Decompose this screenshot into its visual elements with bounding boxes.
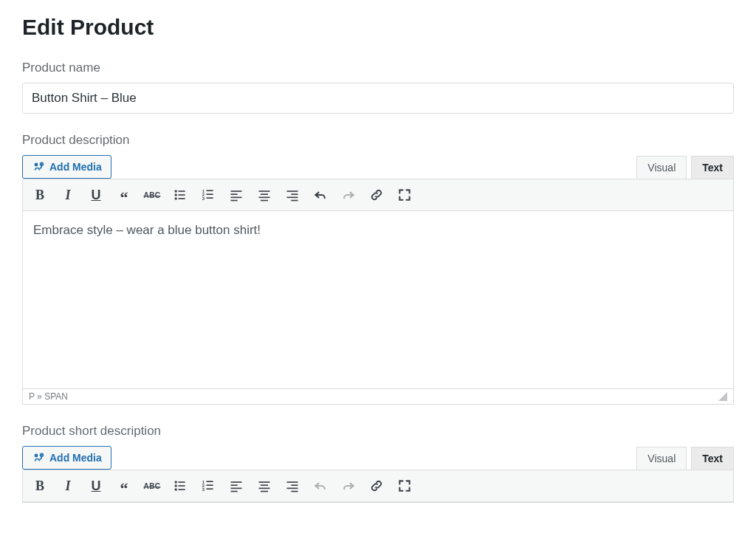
italic-icon: I [65,188,70,203]
blockquote-button[interactable]: “ [111,473,137,498]
svg-rect-18 [259,190,270,192]
add-media-label: Add Media [49,161,102,173]
svg-rect-14 [231,190,242,192]
bullet-list-icon [173,188,188,202]
align-left-button[interactable] [224,473,249,498]
resize-handle[interactable] [718,392,727,401]
align-center-button[interactable] [252,473,277,498]
svg-rect-39 [207,488,213,490]
svg-rect-47 [261,491,268,492]
page-title: Edit Product [22,15,734,40]
svg-point-30 [175,484,177,487]
svg-rect-3 [179,190,185,192]
description-textarea[interactable]: Embrace style – wear a blue button shirt… [23,211,733,388]
undo-button[interactable] [308,473,333,498]
underline-button[interactable]: U [83,182,109,207]
short-description-label: Product short description [22,424,734,439]
add-media-label-short: Add Media [49,452,102,464]
italic-button[interactable]: I [55,182,80,207]
numbered-list-button[interactable]: 123 [196,182,221,207]
undo-button[interactable] [308,182,333,207]
svg-rect-48 [287,481,298,483]
tab-text-short[interactable]: Text [691,447,734,470]
product-name-input[interactable] [22,83,734,114]
editor-tabs-short: Visual Text [636,447,734,470]
strikethrough-button[interactable]: ABC [140,182,165,207]
element-path: P » SPAN [29,391,68,402]
editor-toolbar: B I U “ ABC 123 [23,179,733,211]
svg-rect-29 [179,481,185,483]
svg-rect-49 [291,484,298,486]
add-media-button[interactable]: Add Media [22,155,111,179]
svg-rect-17 [231,200,238,202]
redo-icon [341,478,356,493]
svg-rect-46 [259,488,270,490]
svg-rect-35 [207,481,213,482]
underline-icon: U [92,478,101,494]
short-description-editor: B I U “ ABC 123 [22,470,734,503]
svg-rect-19 [261,193,268,195]
align-right-button[interactable] [280,473,305,498]
svg-rect-40 [231,481,242,483]
svg-text:3: 3 [202,487,205,492]
align-left-icon [229,478,244,493]
svg-rect-23 [291,193,298,195]
bold-icon: B [35,478,44,494]
svg-rect-11 [207,193,213,195]
bullet-list-icon [173,478,188,493]
svg-rect-37 [207,484,213,486]
underline-icon: U [92,188,101,203]
redo-button[interactable] [336,182,361,207]
svg-rect-45 [261,484,268,486]
svg-rect-5 [179,194,185,196]
link-button[interactable] [364,182,389,207]
svg-rect-16 [231,197,242,199]
redo-button[interactable] [336,473,361,498]
svg-rect-51 [291,491,298,492]
svg-rect-13 [207,197,213,199]
strikethrough-button[interactable]: ABC [140,473,165,498]
editor-tabs: Visual Text [636,156,734,179]
add-media-icon [32,451,45,464]
blockquote-button[interactable]: “ [111,182,137,207]
fullscreen-icon [397,188,412,202]
tab-visual[interactable]: Visual [636,156,687,179]
svg-point-6 [175,197,177,199]
link-icon [369,478,384,493]
link-icon [369,188,384,202]
svg-rect-50 [287,488,298,490]
svg-rect-7 [179,198,185,199]
italic-button[interactable]: I [55,473,80,498]
svg-point-26 [35,454,38,458]
bold-button[interactable]: B [27,182,52,207]
add-media-button-short[interactable]: Add Media [22,446,111,470]
product-description-label: Product description [22,133,734,148]
quote-icon: “ [120,194,128,202]
editor-statusbar: P » SPAN [23,388,733,404]
editor-toolbar-short: B I U “ ABC 123 [23,470,733,502]
strikethrough-icon: ABC [143,191,160,199]
align-left-button[interactable] [224,182,249,207]
bullet-list-button[interactable] [168,473,193,498]
align-center-button[interactable] [252,182,277,207]
align-right-button[interactable] [280,182,305,207]
numbered-list-button[interactable]: 123 [196,473,221,498]
tab-text[interactable]: Text [691,156,734,179]
italic-icon: I [65,478,70,494]
numbered-list-icon: 123 [201,478,216,493]
svg-rect-43 [231,491,238,492]
underline-button[interactable]: U [83,473,109,498]
svg-rect-25 [291,200,298,202]
tab-visual-short[interactable]: Visual [636,447,687,470]
link-button[interactable] [364,473,389,498]
fullscreen-button[interactable] [392,473,417,498]
svg-point-0 [35,163,38,167]
add-media-icon [32,160,45,174]
bold-button[interactable]: B [27,473,52,498]
align-center-icon [257,478,272,493]
description-editor: B I U “ ABC 123 [22,179,734,405]
bullet-list-button[interactable] [168,182,193,207]
redo-icon [341,188,356,202]
fullscreen-button[interactable] [392,182,417,207]
strikethrough-icon: ABC [143,482,160,490]
